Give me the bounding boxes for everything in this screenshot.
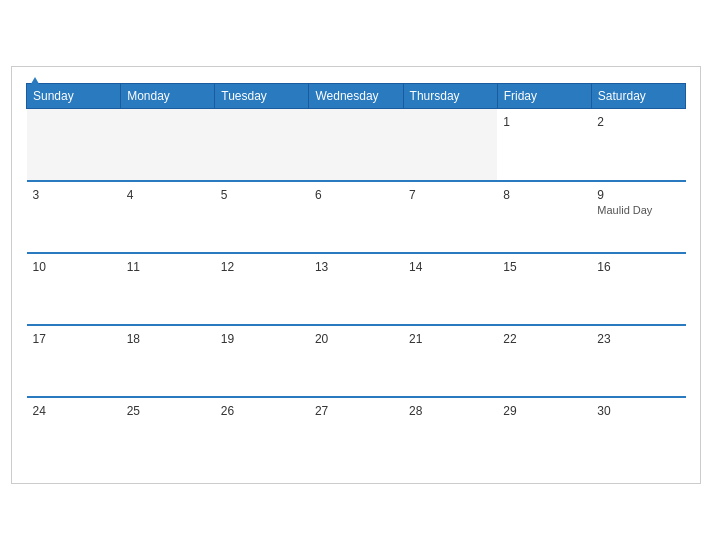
day-number: 11 [127, 260, 209, 274]
day-number: 21 [409, 332, 491, 346]
calendar-cell [27, 109, 121, 181]
day-number: 23 [597, 332, 679, 346]
week-row-1: 3456789Maulid Day [27, 181, 686, 253]
week-row-0: 12 [27, 109, 686, 181]
calendar-cell: 23 [591, 325, 685, 397]
calendar-cell: 16 [591, 253, 685, 325]
calendar-cell: 14 [403, 253, 497, 325]
calendar-cell: 29 [497, 397, 591, 469]
day-number: 29 [503, 404, 585, 418]
calendar-cell: 20 [309, 325, 403, 397]
day-number: 24 [33, 404, 115, 418]
day-number: 27 [315, 404, 397, 418]
week-row-3: 17181920212223 [27, 325, 686, 397]
logo [26, 77, 42, 89]
calendar-cell: 5 [215, 181, 309, 253]
calendar-cell: 13 [309, 253, 403, 325]
calendar-grid: SundayMondayTuesdayWednesdayThursdayFrid… [26, 83, 686, 469]
weekday-header-thursday: Thursday [403, 84, 497, 109]
calendar-cell: 1 [497, 109, 591, 181]
day-number: 1 [503, 115, 585, 129]
calendar-cell: 7 [403, 181, 497, 253]
calendar-cell: 10 [27, 253, 121, 325]
calendar-cell: 9Maulid Day [591, 181, 685, 253]
day-number: 4 [127, 188, 209, 202]
weekday-header-monday: Monday [121, 84, 215, 109]
weekday-header-saturday: Saturday [591, 84, 685, 109]
calendar-cell: 8 [497, 181, 591, 253]
calendar-cell: 26 [215, 397, 309, 469]
calendar-header-row: SundayMondayTuesdayWednesdayThursdayFrid… [27, 84, 686, 109]
day-number: 7 [409, 188, 491, 202]
week-row-4: 24252627282930 [27, 397, 686, 469]
calendar-cell: 21 [403, 325, 497, 397]
calendar-cell: 3 [27, 181, 121, 253]
day-number: 28 [409, 404, 491, 418]
calendar-cell: 22 [497, 325, 591, 397]
weekday-header-wednesday: Wednesday [309, 84, 403, 109]
calendar-cell: 2 [591, 109, 685, 181]
day-number: 19 [221, 332, 303, 346]
calendar-cell: 6 [309, 181, 403, 253]
day-number: 2 [597, 115, 679, 129]
week-row-2: 10111213141516 [27, 253, 686, 325]
calendar-cell [309, 109, 403, 181]
calendar-cell: 18 [121, 325, 215, 397]
calendar-cell: 30 [591, 397, 685, 469]
calendar-body: 123456789Maulid Day101112131415161718192… [27, 109, 686, 469]
day-number: 9 [597, 188, 679, 202]
calendar-cell: 25 [121, 397, 215, 469]
day-number: 26 [221, 404, 303, 418]
day-number: 25 [127, 404, 209, 418]
day-number: 10 [33, 260, 115, 274]
day-number: 3 [33, 188, 115, 202]
weekday-header-tuesday: Tuesday [215, 84, 309, 109]
calendar-cell: 15 [497, 253, 591, 325]
calendar-cell [215, 109, 309, 181]
day-number: 5 [221, 188, 303, 202]
weekday-header-row: SundayMondayTuesdayWednesdayThursdayFrid… [27, 84, 686, 109]
calendar-cell [121, 109, 215, 181]
day-number: 17 [33, 332, 115, 346]
calendar-cell: 11 [121, 253, 215, 325]
day-event: Maulid Day [597, 204, 679, 216]
logo-triangle-icon [28, 77, 42, 89]
day-number: 22 [503, 332, 585, 346]
calendar-cell: 28 [403, 397, 497, 469]
day-number: 16 [597, 260, 679, 274]
day-number: 14 [409, 260, 491, 274]
calendar-container: SundayMondayTuesdayWednesdayThursdayFrid… [11, 66, 701, 484]
calendar-cell: 27 [309, 397, 403, 469]
day-number: 15 [503, 260, 585, 274]
calendar-cell: 17 [27, 325, 121, 397]
day-number: 8 [503, 188, 585, 202]
day-number: 6 [315, 188, 397, 202]
day-number: 13 [315, 260, 397, 274]
weekday-header-friday: Friday [497, 84, 591, 109]
calendar-cell [403, 109, 497, 181]
day-number: 20 [315, 332, 397, 346]
calendar-cell: 19 [215, 325, 309, 397]
calendar-cell: 12 [215, 253, 309, 325]
day-number: 12 [221, 260, 303, 274]
day-number: 18 [127, 332, 209, 346]
calendar-cell: 24 [27, 397, 121, 469]
day-number: 30 [597, 404, 679, 418]
calendar-cell: 4 [121, 181, 215, 253]
